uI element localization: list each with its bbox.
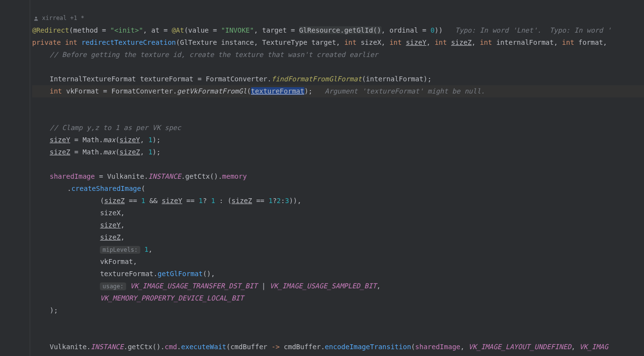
- code-line[interactable]: sizeY = Math.max(sizeY, 1);: [32, 134, 644, 146]
- code-editor[interactable]: xirreal +1 * @Redirect(method = "<init>"…: [0, 0, 644, 356]
- code-line[interactable]: sizeX,: [32, 207, 644, 219]
- inspection-hint[interactable]: Typo: In word 'Lnet'.: [455, 26, 541, 34]
- code-line[interactable]: textureFormat.getGlFormat(),: [32, 268, 644, 280]
- code-line[interactable]: vkFormat,: [32, 256, 644, 268]
- code-line[interactable]: sizeY,: [32, 219, 644, 231]
- blank-line: [32, 158, 644, 170]
- blank-line: [32, 353, 644, 356]
- code-line[interactable]: (sizeZ == 1 && sizeY == 1? 1 : (sizeZ ==…: [32, 195, 644, 207]
- code-line[interactable]: sizeZ,: [32, 231, 644, 244]
- code-line[interactable]: );: [32, 304, 644, 317]
- param-hint: mipLevels:: [100, 246, 140, 254]
- code-line[interactable]: // Clamp y,z to 1 as per VK spec: [32, 122, 644, 134]
- code-line[interactable]: InternalTextureFormat textureFormat = Fo…: [32, 73, 644, 85]
- inspection-hint[interactable]: Argument 'textureFormat' might be null.: [325, 87, 485, 95]
- blank-line: [32, 110, 644, 122]
- code-line[interactable]: // Before getting the texture id, create…: [32, 49, 644, 61]
- author-text: xirreal +1 *: [42, 15, 84, 21]
- code-line[interactable]: @Redirect(method = "<init>", at = @At(va…: [32, 24, 644, 37]
- comment: // Before getting the texture id, create…: [50, 51, 378, 58]
- code-line[interactable]: mipLevels: 1,: [32, 244, 644, 256]
- annotation: @Redirect: [32, 26, 69, 34]
- code-line[interactable]: Vulkanite.INSTANCE.getCtx().cmd.executeW…: [32, 341, 644, 353]
- blank-line: [32, 0, 644, 12]
- comment: // Clamp y,z to 1 as per VK spec: [50, 124, 181, 131]
- author-annotation[interactable]: xirreal +1 *: [32, 12, 644, 24]
- gutter: [0, 0, 30, 356]
- code-line[interactable]: sizeZ = Math.max(sizeZ, 1);: [32, 146, 644, 158]
- blank-line: [32, 97, 644, 110]
- code-line[interactable]: usage: VK_IMAGE_USAGE_TRANSFER_DST_BIT |…: [32, 280, 644, 292]
- code-area[interactable]: xirreal +1 * @Redirect(method = "<init>"…: [30, 0, 644, 356]
- code-line[interactable]: int vkFormat = FormatConverter.getVkForm…: [32, 85, 644, 97]
- person-icon: [34, 16, 38, 21]
- code-line[interactable]: .createSharedImage(: [32, 183, 644, 195]
- code-line[interactable]: VK_MEMORY_PROPERTY_DEVICE_LOCAL_BIT: [32, 292, 644, 304]
- inspection-hint[interactable]: Typo: In word ': [549, 26, 611, 34]
- blank-line: [32, 329, 644, 341]
- code-line[interactable]: private int redirectTextureCreation(GlTe…: [32, 37, 644, 49]
- code-line[interactable]: sharedImage = Vulkanite.INSTANCE.getCtx(…: [32, 170, 644, 183]
- param-hint: usage:: [100, 282, 126, 290]
- blank-line: [32, 317, 644, 329]
- blank-line: [32, 61, 644, 73]
